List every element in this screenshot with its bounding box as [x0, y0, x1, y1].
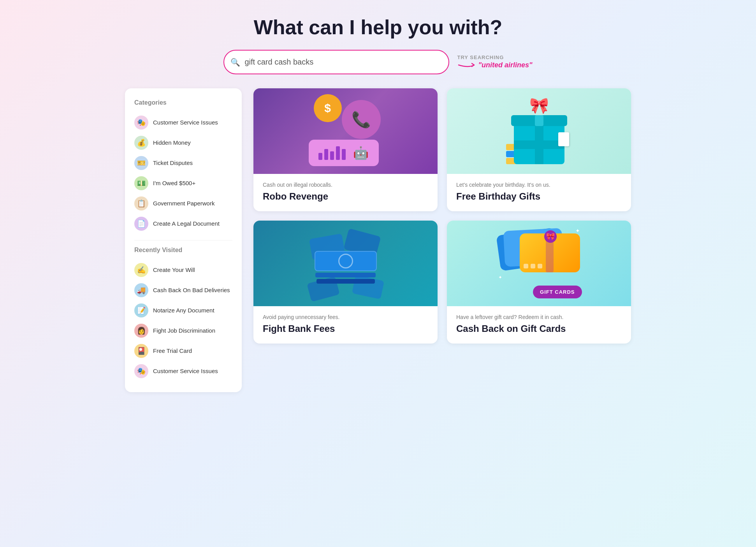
- card-title-bank: Fight Bank Fees: [263, 323, 428, 334]
- try-arrow: "united airlines": [457, 60, 532, 70]
- try-searching-hint: TRY SEARCHING "united airlines": [457, 54, 532, 70]
- search-container: 🔍: [223, 50, 449, 74]
- sidebar-item-label: Hidden Money: [153, 139, 191, 147]
- card-body-giftcards: Have a leftover gift card? Redeem it in …: [447, 306, 631, 344]
- header-section: What can I help you with? 🔍 TRY SEARCHIN…: [125, 16, 631, 74]
- card-robo-revenge[interactable]: $ 📞 🤖: [253, 88, 438, 211]
- sidebar-item-label: Customer Service Issues: [153, 367, 218, 375]
- card-title-giftcards: Cash Back on Gift Cards: [456, 323, 622, 334]
- robot-face-icon: 🤖: [353, 146, 369, 160]
- cards-grid: $ 📞 🤖: [253, 88, 631, 344]
- sidebar-item-label: Create A Legal Document: [153, 220, 220, 228]
- owed-500-icon: 💵: [134, 176, 148, 190]
- categories-title: Categories: [134, 99, 232, 106]
- page-wrapper: What can I help you with? 🔍 TRY SEARCHIN…: [125, 16, 631, 392]
- fight-job-icon: 👩: [134, 324, 148, 338]
- government-icon: 📋: [134, 196, 148, 210]
- sidebar-item-free-trial[interactable]: 🎴 Free Trial Card: [134, 341, 232, 361]
- customer-service-2-icon: 🎭: [134, 364, 148, 378]
- gift-box-wrap: 🎀: [511, 115, 567, 164]
- sidebar-item-label: I'm Owed $500+: [153, 179, 195, 187]
- sidebar-item-label: Customer Service Issues: [153, 119, 218, 126]
- card-bank-fees[interactable]: Avoid paying unnecessary fees. Fight Ban…: [253, 221, 438, 344]
- page-title: What can I help you with?: [125, 16, 631, 39]
- card-image-robo: $ 📞 🤖: [253, 88, 438, 174]
- sidebar-item-customer-service-2[interactable]: 🎭 Customer Service Issues: [134, 361, 232, 381]
- sidebar-item-hidden-money[interactable]: 💰 Hidden Money: [134, 133, 232, 153]
- card-image-giftcards: 🎀 ✦ ✦ GIFT CARDS: [447, 221, 631, 306]
- gift-box: [514, 125, 564, 164]
- card-image-bank: [253, 221, 438, 306]
- card-body-bank: Avoid paying unnecessary fees. Fight Ban…: [253, 306, 438, 344]
- sidebar-item-legal-doc[interactable]: 📄 Create A Legal Document: [134, 214, 232, 234]
- sidebar-item-create-will[interactable]: ✍️ Create Your Will: [134, 260, 232, 280]
- giftcard-illustration: 🎀 ✦ ✦ GIFT CARDS: [496, 226, 582, 302]
- ribbon-knot: 🎀: [544, 230, 557, 243]
- card-title-birthday: Free Birthday Gifts: [456, 191, 622, 202]
- sidebar-item-notarize[interactable]: 📝 Notarize Any Document: [134, 300, 232, 321]
- gift-tag: [558, 132, 569, 146]
- sidebar-item-label: Free Trial Card: [153, 347, 192, 355]
- gift-cards-badge: GIFT CARDS: [533, 286, 582, 298]
- card-birthday[interactable]: 🎀: [447, 88, 631, 211]
- sidebar-item-fight-job[interactable]: 👩 Fight Job Discrimination: [134, 321, 232, 341]
- card-subtitle-bank: Avoid paying unnecessary fees.: [263, 314, 428, 320]
- cash-back-delivery-icon: 🚚: [134, 283, 148, 297]
- bar-chart: [318, 146, 346, 160]
- arrow-icon: [457, 60, 476, 70]
- notarize-icon: 📝: [134, 303, 148, 317]
- hidden-money-icon: 💰: [134, 136, 148, 150]
- sidebar-item-label: Ticket Disputes: [153, 159, 193, 167]
- stack-2: [316, 279, 375, 284]
- bank-illustration: [307, 226, 385, 300]
- bow-icon: 🎀: [529, 96, 549, 115]
- card-body-robo: Cash out on illegal robocalls. Robo Reve…: [253, 174, 438, 211]
- try-label: TRY SEARCHING: [457, 54, 504, 60]
- top-bill: [315, 251, 377, 271]
- dollar-circle: $: [314, 94, 342, 122]
- bill-circle: [338, 254, 353, 268]
- stack-1: [315, 273, 376, 277]
- free-trial-icon: 🎴: [134, 344, 148, 358]
- search-input[interactable]: [223, 50, 449, 74]
- legal-doc-icon: 📄: [134, 217, 148, 231]
- birthday-illustration: 🎀: [500, 94, 578, 168]
- sidebar: Categories 🎭 Customer Service Issues 💰 H…: [125, 88, 242, 392]
- sparkle-1: ✦: [575, 228, 580, 234]
- sparkle-2: ✦: [498, 275, 502, 280]
- phone-circle: 📞: [342, 100, 381, 139]
- sidebar-item-owed-500[interactable]: 💵 I'm Owed $500+: [134, 173, 232, 193]
- card-subtitle-giftcards: Have a leftover gift card? Redeem it in …: [456, 314, 622, 320]
- sidebar-item-cash-back-delivery[interactable]: 🚚 Cash Back On Bad Deliveries: [134, 280, 232, 300]
- try-search-value[interactable]: "united airlines": [478, 61, 532, 69]
- gift-lid: [511, 115, 567, 126]
- sidebar-item-label: Cash Back On Bad Deliveries: [153, 286, 230, 294]
- card-image-birthday: 🎀: [447, 88, 631, 174]
- card-subtitle-robo: Cash out on illegal robocalls.: [263, 182, 428, 188]
- recently-title: Recently Visited: [134, 247, 232, 254]
- search-row: 🔍 TRY SEARCHING "united airlines": [125, 50, 631, 74]
- money-stack: [315, 251, 377, 284]
- sidebar-item-label: Create Your Will: [153, 266, 195, 274]
- sidebar-item-label: Notarize Any Document: [153, 307, 214, 314]
- robo-illustration: $ 📞 🤖: [307, 96, 385, 166]
- search-icon: 🔍: [230, 58, 240, 67]
- card-subtitle-birthday: Let's celebrate your birthday. It's on u…: [456, 182, 622, 188]
- sidebar-item-ticket-disputes[interactable]: 🎫 Ticket Disputes: [134, 153, 232, 173]
- card-body-birthday: Let's celebrate your birthday. It's on u…: [447, 174, 631, 211]
- sidebar-item-label: Fight Job Discrimination: [153, 327, 215, 335]
- sidebar-divider: [134, 240, 232, 240]
- device-bar: 🤖: [309, 140, 379, 166]
- sidebar-item-government[interactable]: 📋 Government Paperwork: [134, 193, 232, 214]
- ticket-disputes-icon: 🎫: [134, 156, 148, 170]
- sidebar-item-customer-service[interactable]: 🎭 Customer Service Issues: [134, 112, 232, 133]
- sidebar-item-label: Government Paperwork: [153, 200, 214, 207]
- card-gift-cards[interactable]: 🎀 ✦ ✦ GIFT CARDS Have a leftover gift ca…: [447, 221, 631, 344]
- card-title-robo: Robo Revenge: [263, 191, 428, 202]
- customer-service-icon: 🎭: [134, 116, 148, 130]
- create-will-icon: ✍️: [134, 263, 148, 277]
- main-layout: Categories 🎭 Customer Service Issues 💰 H…: [125, 88, 631, 392]
